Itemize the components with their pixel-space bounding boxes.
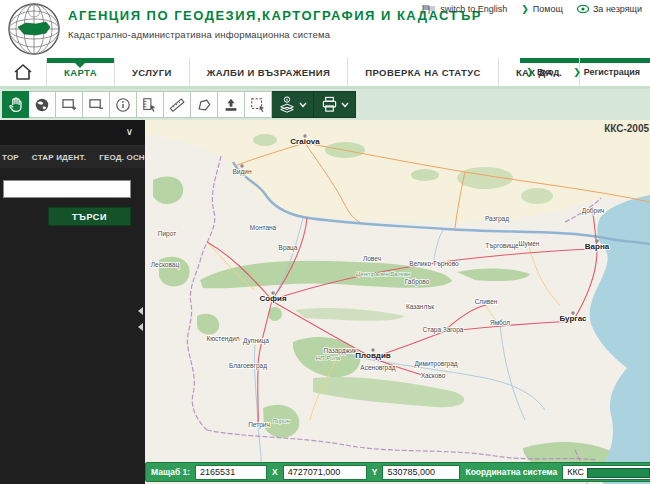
help-label: Помощ [533,4,563,14]
app-subtitle: Кадастрално-административна информационн… [68,29,482,40]
svg-text:Централен Балкан: Централен Балкан [356,271,411,277]
globe-icon [34,97,50,113]
sidebar-tab-geodetic-basis[interactable]: ГЕОД. ОСНОВА [99,153,145,162]
chevron-down-icon [341,102,349,108]
svg-text:Разград: Разград [485,215,509,223]
sidebar-dropdown[interactable]: ∨ [0,120,145,146]
app-title: АГЕНЦИЯ ПО ГЕОДЕЗИЯ,КАРТОГРАФИЯ И КАДАСТ… [68,8,482,23]
svg-text:Варна: Варна [585,242,610,251]
scale-input[interactable] [195,465,267,480]
tab-services[interactable]: УСЛУГИ [114,58,189,86]
zoom-out-rect-button[interactable] [83,91,110,118]
map-statusbar: Мащаб 1: X Y Координатна система ККС 200… [145,462,650,482]
chevron-down-icon: ∨ [126,127,133,137]
login-label: Вход [537,67,559,77]
page: АГЕНЦИЯ ПО ГЕОДЕЗИЯ,КАРТОГРАФИЯ И КАДАСТ… [0,0,650,484]
switch-language-label: switch to English [440,4,507,14]
chevron-left-icon [138,307,143,315]
login-link[interactable]: ❯ Вход [526,67,559,77]
map-toolbar [0,89,650,120]
help-link[interactable]: ❯ Помощ [521,4,563,14]
svg-text:Пирин: Пирин [272,418,290,424]
navbar: КАРТА УСЛУГИ ЖАЛБИ И ВЪЗРАЖЕНИЯ ПРОВЕРКА… [0,58,650,89]
layers-identify-icon [278,96,296,114]
measure-distance-button[interactable] [164,91,191,118]
y-label: Y [372,467,378,477]
svg-text:НП Рила: НП Рила [316,355,341,361]
sidebar-search-input[interactable] [3,180,131,198]
svg-text:Асеновград: Асеновград [360,364,395,372]
home-button[interactable] [0,58,46,86]
svg-text:Казанлък: Казанлък [406,303,434,310]
register-link[interactable]: ❯ Регистрация [573,67,640,77]
agency-logo[interactable] [6,1,62,57]
svg-text:Сливен: Сливен [475,298,498,305]
accessibility-label: За незрящи [593,4,642,14]
basemap-svg: Централен БалканНП РилаПирин CraiovaВиди… [145,120,650,484]
pan-tool-button[interactable] [2,91,29,118]
svg-text:Пловдив: Пловдив [355,351,391,360]
sidebar-tabs: ТОР СТАР ИДЕНТ. ГЕОД. ОСНОВА [0,146,145,168]
zoom-out-rect-icon [88,97,105,112]
ruler-cursor-icon [142,97,158,113]
layers-identify-dropdown-button[interactable] [272,91,314,118]
tab-map[interactable]: КАРТА [46,58,114,86]
measure-pick-button[interactable] [137,91,164,118]
y-coordinate-input[interactable] [382,465,460,480]
svg-text:София: София [259,294,287,303]
svg-text:Габрово: Габрово [405,278,430,286]
svg-text:Лесковац: Лесковац [151,261,180,269]
switch-language-link[interactable]: switch to English [422,4,507,14]
svg-text:Хасково: Хасково [421,372,446,379]
svg-text:Враца: Враца [279,244,298,252]
tab-complaints[interactable]: ЖАЛБИ И ВЪЗРАЖЕНИЯ [189,58,348,86]
svg-text:Търговище: Търговище [485,242,519,250]
flags-icon [422,4,436,14]
globe-logo-icon [6,1,62,57]
chevron-right-icon: ❯ [526,67,534,77]
header: АГЕНЦИЯ ПО ГЕОДЕЗИЯ,КАРТОГРАФИЯ И КАДАСТ… [0,0,650,58]
chevron-right-icon: ❯ [521,4,529,14]
chevron-left-icon [138,323,143,331]
x-coordinate-input[interactable] [283,465,367,480]
dashed-select-icon [250,97,266,113]
ruler-icon [169,97,185,113]
svg-text:Craiova: Craiova [290,137,320,146]
zoom-in-rect-button[interactable] [56,91,83,118]
upload-icon [223,97,239,113]
nav-auth: ❯ Вход ❯ Регистрация [526,58,640,86]
polygon-icon [196,97,212,113]
svg-text:Ямбол: Ямбол [490,319,510,326]
scale-bar [587,468,650,478]
select-region-button[interactable] [245,91,272,118]
x-label: X [272,467,278,477]
search-sidebar: ∨ ТОР СТАР ИДЕНТ. ГЕОД. ОСНОВА ТЪРСИ [0,120,145,484]
nav-tabs: КАРТА УСЛУГИ ЖАЛБИ И ВЪЗРАЖЕНИЯ ПРОВЕРКА… [0,58,580,86]
svg-text:Бургас: Бургас [559,314,587,323]
measure-area-button[interactable] [191,91,218,118]
sidebar-tab-identifier[interactable]: ТОР [2,153,19,162]
print-dropdown-button[interactable] [314,91,356,118]
svg-text:Пирот: Пирот [158,230,176,238]
svg-text:Пазарджик: Пазарджик [324,347,357,355]
info-tool-button[interactable] [110,91,137,118]
info-icon [115,97,131,113]
tab-status-check[interactable]: ПРОВЕРКА НА СТАТУС [347,58,498,86]
printer-icon [321,96,338,113]
svg-text:Стара Загора: Стара Загора [423,326,464,334]
map-canvas[interactable]: Централен БалканНП РилаПирин CraiovaВиди… [145,120,650,484]
svg-text:Добрич: Добрич [582,207,604,215]
search-button[interactable]: ТЪРСИ [48,207,131,226]
accessibility-link[interactable]: За незрящи [577,4,642,14]
header-links: switch to English ❯ Помощ За незрящи [422,4,642,14]
svg-text:Видин: Видин [233,168,252,176]
sidebar-tab-old-ident[interactable]: СТАР ИДЕНТ. [32,153,86,162]
main-area: ∨ ТОР СТАР ИДЕНТ. ГЕОД. ОСНОВА ТЪРСИ [0,120,650,484]
upload-button[interactable] [218,91,245,118]
svg-text:Монтана: Монтана [250,224,277,231]
world-extent-button[interactable] [29,91,56,118]
svg-text:Петрич: Петрич [248,421,270,429]
sidebar-collapse-handle[interactable] [136,296,145,342]
svg-text:Велико Търново: Велико Търново [409,260,459,268]
zoom-in-rect-icon [61,97,78,112]
